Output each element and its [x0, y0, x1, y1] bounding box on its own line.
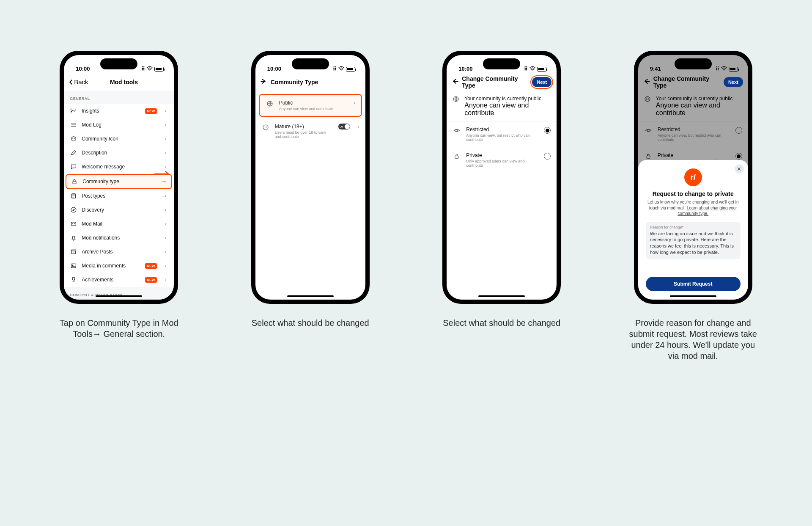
chevron-right-icon: →	[161, 163, 168, 171]
home-indicator	[478, 295, 525, 297]
back-button[interactable]	[643, 78, 650, 86]
row-modmail[interactable]: Mod Mail →	[64, 217, 174, 231]
nav-bar: Change Community Type Next	[447, 74, 557, 91]
row-label: Post types	[82, 193, 157, 199]
new-badge: NEW	[145, 277, 157, 283]
row-label: Description	[82, 150, 157, 156]
option-title: Private	[466, 152, 539, 158]
signal-icon: ⠿	[716, 66, 719, 72]
row-community-type[interactable]: Community type →	[66, 174, 172, 189]
option-subtitle: Anyone can view, but restrict who can co…	[658, 133, 730, 142]
icon-circle-icon	[70, 135, 77, 143]
svg-rect-7	[72, 251, 76, 254]
wifi-icon	[147, 66, 153, 72]
option-title: Public	[279, 100, 348, 106]
row-modlog[interactable]: Mod Log →	[64, 118, 174, 132]
chevron-right-icon: →	[161, 107, 168, 115]
wifi-icon	[529, 66, 535, 72]
pencil-icon	[70, 149, 77, 157]
radio-unselected[interactable]	[544, 153, 551, 160]
home-indicator	[96, 295, 142, 297]
option-subtitle: Anyone can view, but restrict who can co…	[466, 133, 539, 142]
row-notifications[interactable]: Mod notifications →	[64, 231, 174, 245]
page-title: Change Community Type	[653, 75, 717, 89]
radio-selected[interactable]	[544, 127, 551, 134]
next-button[interactable]: Next	[724, 77, 743, 87]
radio-selected[interactable]	[735, 153, 742, 160]
phone-3: 10:00 ⠿ Change Community Type Next	[417, 51, 587, 361]
reason-text: We are facing an issue and we think it i…	[650, 231, 736, 256]
nav-bar: Change Community Type Next	[638, 74, 748, 91]
row-post-types[interactable]: Post types →	[64, 189, 174, 203]
reddit-logo-icon: r/	[684, 168, 702, 186]
svg-point-0	[149, 70, 150, 71]
chevron-right-icon: →	[161, 149, 168, 157]
option-restricted[interactable]: Restricted Anyone can view, but restrict…	[638, 121, 748, 147]
option-title: Restricted	[466, 127, 539, 132]
learn-more-link[interactable]: Learn about changing your community type…	[678, 206, 737, 216]
row-insights[interactable]: Insights NEW →	[64, 104, 174, 118]
status-time: 9:41	[650, 66, 661, 72]
svg-rect-21	[455, 156, 458, 158]
option-public[interactable]: Public Anyone can view and contribute ›	[259, 94, 362, 117]
row-media[interactable]: Media in comments NEW →	[64, 259, 174, 273]
toggle-off[interactable]: OFF	[338, 124, 350, 129]
current-status: Your community is currently public Anyon…	[638, 91, 748, 121]
current-subtitle: Anyone can view and contribute	[656, 102, 742, 117]
home-indicator	[670, 295, 716, 297]
current-subtitle: Anyone can view and contribute	[464, 102, 551, 117]
row-discovery[interactable]: Discovery →	[64, 203, 174, 217]
current-title: Your community is currently public	[464, 96, 551, 102]
request-sheet: ✕ r/ Request to change to private Let us…	[638, 160, 748, 300]
row-comm-icon[interactable]: Community Icon →	[64, 132, 174, 146]
chevron-right-icon: →	[161, 206, 168, 214]
signal-icon: ⠿	[524, 66, 528, 72]
globe-icon	[266, 100, 274, 107]
reason-input[interactable]: Reason for change* We are facing an issu…	[646, 222, 741, 259]
chevron-right-icon: ›	[358, 124, 359, 129]
row-welcome[interactable]: Welcome message →	[64, 160, 174, 174]
lock-icon	[71, 178, 78, 185]
radio-unselected[interactable]	[735, 127, 742, 134]
option-title: Private	[658, 152, 730, 158]
back-button[interactable]	[261, 78, 267, 86]
reason-label: Reason for change	[650, 225, 682, 229]
signal-icon: ⠿	[141, 66, 145, 72]
eye-icon	[644, 127, 653, 134]
wifi-icon	[338, 66, 344, 72]
battery-icon	[729, 67, 738, 72]
trophy-icon	[70, 276, 77, 284]
option-subtitle: Anyone can view and contribute	[279, 107, 348, 111]
archive-icon	[70, 248, 77, 256]
caption: Select what should be changed	[252, 317, 369, 328]
row-label: Insights	[82, 108, 140, 114]
svg-point-24	[647, 129, 649, 131]
row-label: Welcome message	[82, 164, 157, 170]
svg-point-20	[456, 129, 458, 131]
option-private[interactable]: Private Only approved users can view and…	[447, 147, 557, 173]
page-title: Change Community Type	[462, 75, 525, 89]
row-achievements[interactable]: Achievements NEW →	[64, 273, 174, 287]
submit-button[interactable]: Submit Request	[646, 277, 741, 291]
close-button[interactable]: ✕	[735, 164, 744, 173]
svg-point-4	[71, 207, 76, 212]
battery-icon	[154, 67, 164, 72]
current-title: Your community is currently public	[656, 96, 742, 102]
caption: Select what should be changed	[443, 317, 560, 328]
row-label: Community type	[82, 179, 156, 185]
eye-icon	[453, 127, 461, 134]
nav-bar: Back Mod tools	[64, 74, 174, 91]
option-mature[interactable]: 18 Mature (18+) Users must be over 18 to…	[255, 118, 365, 144]
option-subtitle: Only approved users can view and contrib…	[466, 159, 539, 168]
row-description[interactable]: Description →	[64, 146, 174, 160]
row-label: Mod Mail	[82, 221, 157, 227]
chat-icon	[70, 163, 77, 171]
caption: Tap on Community Type in Mod Tools→ Gene…	[51, 317, 187, 339]
next-button[interactable]: Next	[532, 77, 551, 87]
eighteen-icon: 18	[261, 124, 270, 131]
row-archive[interactable]: Archive Posts →	[64, 245, 174, 259]
back-button[interactable]	[452, 78, 458, 86]
toggle-label: OFF	[340, 125, 346, 128]
chart-icon	[70, 107, 77, 115]
option-restricted[interactable]: Restricted Anyone can view, but restrict…	[447, 121, 557, 147]
